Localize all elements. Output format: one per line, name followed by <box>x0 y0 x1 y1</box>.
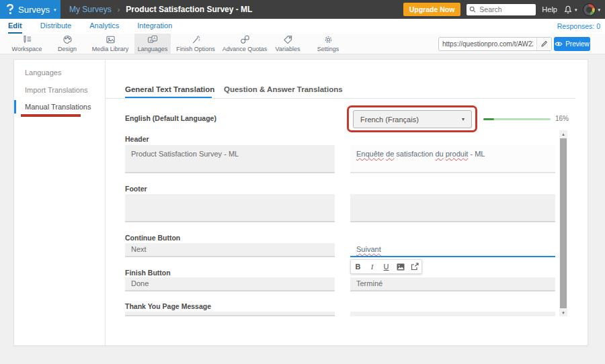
variables-icon <box>283 35 293 44</box>
translated-text-segment: du <box>435 150 443 158</box>
thank-you-target-field[interactable] <box>350 312 555 316</box>
translation-progress-bar <box>483 118 551 120</box>
insert-image-button[interactable] <box>395 261 407 273</box>
ribbon-item-advance-quotas[interactable]: Advance Quotas <box>220 34 269 54</box>
field-label-header: Header <box>125 135 149 143</box>
design-icon <box>63 35 73 44</box>
settings-icon <box>323 35 333 44</box>
ribbon-item-variables[interactable]: Variables <box>269 34 307 54</box>
translation-progress-fill <box>483 118 494 120</box>
search-icon <box>469 6 476 13</box>
translated-text-segment: Suivant <box>356 245 381 253</box>
chevron-down-icon: ▾ <box>598 7 600 12</box>
chevron-down-icon: ▾ <box>575 7 577 12</box>
header-target-field[interactable]: Enquête de satisfaction du produit - ML <box>350 145 555 173</box>
eye-icon <box>555 41 563 47</box>
target-language-select[interactable]: French (Français) ▾ <box>353 110 472 128</box>
responses-count[interactable]: Responses: 0 <box>557 19 600 34</box>
global-search <box>467 4 536 15</box>
insert-link-button[interactable] <box>409 261 421 273</box>
preview-button[interactable]: Preview <box>554 37 590 51</box>
advance-quotas-icon <box>240 35 250 44</box>
breadcrumb-separator: › <box>118 5 120 13</box>
source-language-label: English (Default Language) <box>125 114 216 122</box>
search-input[interactable] <box>478 5 533 14</box>
product-menu[interactable]: Surveys ▾ <box>0 0 61 19</box>
ribbon-item-settings[interactable]: Settings <box>307 34 350 54</box>
sidebar-divider <box>105 60 106 345</box>
translated-text-segment: Enquête <box>356 150 384 158</box>
languages-icon: x A <box>147 35 158 44</box>
external-link-icon <box>411 263 419 271</box>
tab-general-text-translation[interactable]: General Text Translation <box>125 85 214 93</box>
nav-analytics[interactable]: Analytics <box>89 19 119 34</box>
questionpro-logo-icon <box>6 4 14 15</box>
nav-integration[interactable]: Integration <box>137 19 172 34</box>
ribbon-item-design[interactable]: Design <box>48 34 86 54</box>
translations-panel: Languages Import Translations Manual Tra… <box>13 59 588 346</box>
target-language-value: French (Français) <box>360 116 419 124</box>
account-menu[interactable]: ▾ <box>583 3 600 16</box>
continue-source-field[interactable]: Next <box>125 243 335 257</box>
pencil-icon <box>540 40 548 48</box>
help-link[interactable]: Help <box>542 5 557 13</box>
top-bar-actions: Upgrade Now Help ▾ <box>403 0 600 19</box>
svg-text:A: A <box>153 36 156 40</box>
footer-target-field[interactable] <box>350 194 555 222</box>
workspace-icon <box>22 35 32 44</box>
translated-text-segment: - ML <box>468 150 485 158</box>
survey-nav: Edit Distribute Analytics Integration Re… <box>0 19 605 34</box>
breadcrumb: My Surveys › Product Satisfaction Survey… <box>69 5 252 14</box>
tab-question-answer-translations[interactable]: Question & Answer Translations <box>224 85 343 93</box>
content-scrollbar[interactable]: ▲ ▼ <box>559 130 567 316</box>
finish-source-field[interactable]: Done <box>125 277 335 291</box>
translated-text-segment: produit <box>446 150 469 158</box>
ribbon-item-media-library[interactable]: Media Library <box>86 34 134 54</box>
avatar <box>583 3 596 16</box>
sidebar-item-manual-translations[interactable]: Manual Translations <box>25 103 91 111</box>
bold-button[interactable]: B <box>352 261 364 273</box>
survey-url-input[interactable] <box>439 40 536 48</box>
ribbon-item-languages[interactable]: x A Languages <box>134 34 171 54</box>
chevron-down-icon: ▾ <box>54 7 56 12</box>
thank-you-source-field[interactable] <box>125 312 335 316</box>
translated-text-segment: de <box>386 150 394 158</box>
svg-text:x: x <box>149 38 151 42</box>
scrollbar-thumb[interactable] <box>560 138 567 308</box>
underline-button[interactable]: U <box>380 261 393 273</box>
app-window: Surveys ▾ My Surveys › Product Satisfact… <box>0 0 605 364</box>
text-format-toolbar: B I U <box>350 259 422 274</box>
field-label-footer: Footer <box>125 185 147 193</box>
upgrade-now-button[interactable]: Upgrade Now <box>403 3 461 16</box>
translated-text-segment: satisfaction <box>394 150 435 158</box>
breadcrumb-my-surveys[interactable]: My Surveys <box>69 5 112 14</box>
translation-progress-label: 16% <box>555 115 569 122</box>
chevron-down-icon: ▾ <box>462 117 465 122</box>
survey-url-box <box>438 37 552 51</box>
sidebar-active-indicator <box>14 100 16 113</box>
sidebar-item-import-translations[interactable]: Import Translations <box>25 86 88 94</box>
image-icon <box>397 263 405 271</box>
tabs-divider <box>106 98 575 99</box>
ribbon-item-finish-options[interactable]: Finish Options <box>171 34 220 54</box>
ribbon-item-workspace[interactable]: Workspace <box>5 34 48 54</box>
edit-url-button[interactable] <box>536 38 551 50</box>
continue-target-field[interactable]: Suivant <box>350 243 555 257</box>
scroll-up-icon[interactable]: ▲ <box>559 130 567 138</box>
footer-source-field[interactable] <box>125 194 335 222</box>
nav-edit[interactable]: Edit <box>8 19 22 34</box>
field-label-continue-button: Continue Button <box>125 234 180 242</box>
header-source-field[interactable]: Product Satisfaction Survey - ML <box>125 145 335 173</box>
notifications-menu[interactable]: ▾ <box>563 5 577 15</box>
product-menu-label: Surveys <box>18 5 50 15</box>
finish-target-field[interactable]: Terminé <box>350 277 555 291</box>
italic-button[interactable]: I <box>366 261 378 273</box>
bell-icon <box>563 5 573 15</box>
field-label-thank-you: Thank You Page Message <box>125 302 211 310</box>
sidebar-item-languages[interactable]: Languages <box>25 69 61 77</box>
top-bar: Surveys ▾ My Surveys › Product Satisfact… <box>0 0 605 19</box>
page-title: Product Satisfaction Survey - ML <box>126 5 252 14</box>
scroll-down-icon[interactable]: ▼ <box>559 309 567 316</box>
nav-distribute[interactable]: Distribute <box>40 19 71 34</box>
finish-options-icon <box>191 35 201 44</box>
